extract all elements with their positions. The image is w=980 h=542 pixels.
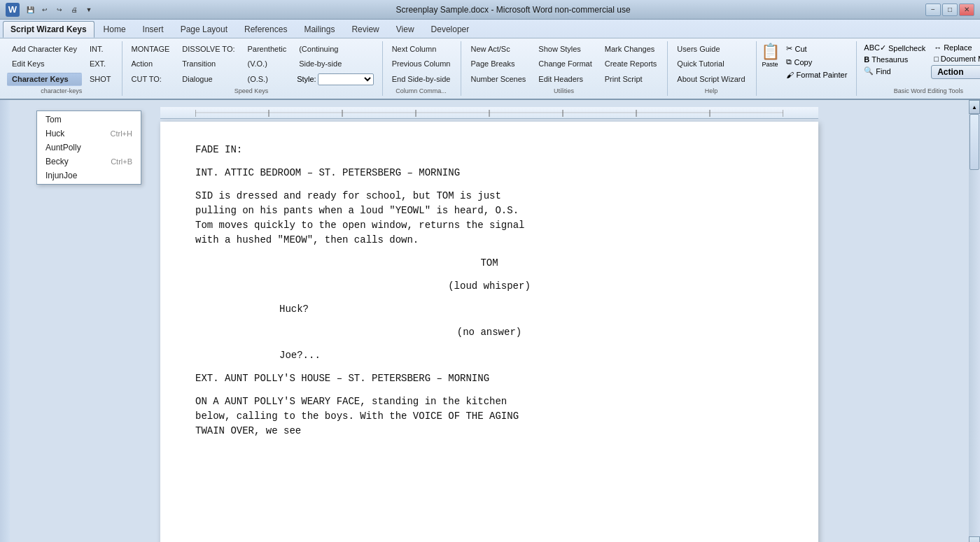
dropdown-item-auntpolly[interactable]: AuntPolly — [37, 141, 141, 155]
edit-headers-btn[interactable]: Edit Headers — [533, 73, 596, 86]
ext-btn[interactable]: EXT. — [85, 57, 116, 71]
clipboard-content: 📋 Paste ✂ Cut ⧉ Copy 🖌 Format — [761, 43, 851, 94]
previous-column-btn[interactable]: Previous Column — [387, 57, 456, 71]
fade-in-text: FADE IN: — [195, 144, 242, 155]
word-tools-col2: ↔ Replace □ Document Map Action — [931, 43, 980, 79]
document-page[interactable]: FADE IN: INT. ATTIC BEDROOM – ST. PETERS… — [160, 122, 818, 542]
dropdown-item-huck[interactable]: Huck Ctrl+H — [37, 127, 141, 141]
tab-script-wizard-keys[interactable]: Script Wizard Keys — [3, 21, 94, 38]
tab-insert[interactable]: Insert — [135, 21, 172, 38]
tab-references[interactable]: References — [237, 21, 295, 38]
maximize-btn[interactable]: □ — [942, 3, 958, 16]
mark-changes-btn[interactable]: Mark Changes — [600, 43, 662, 56]
dropdown-item-injunjoe[interactable]: InjunJoe — [37, 169, 141, 183]
tab-review[interactable]: Review — [344, 21, 386, 38]
print-script-btn[interactable]: Print Script — [600, 73, 662, 86]
save-qat-btn[interactable]: 💾 — [24, 4, 36, 15]
find-btn[interactable]: 🔍 Find — [861, 66, 928, 76]
paste-btn[interactable]: 📋 Paste — [761, 43, 780, 68]
style-label: Style: — [297, 75, 316, 83]
character-keys-btn[interactable]: Character Keys — [7, 73, 82, 86]
para-parenth-1: (loud whisper) — [195, 279, 783, 294]
cut-to-btn[interactable]: CUT TO: — [127, 73, 175, 86]
doc-scroll-area[interactable]: FADE IN: INT. ATTIC BEDROOM – ST. PETERS… — [10, 100, 969, 542]
int-ext-btns: INT. EXT. SHOT — [85, 43, 116, 86]
end-side-by-side-btn[interactable]: End Side-by-side — [387, 73, 456, 86]
tab-home[interactable]: Home — [96, 21, 134, 38]
montage-btn[interactable]: MONTAGE — [127, 43, 175, 56]
scrollbar-right[interactable]: ▲ ▼ — [969, 100, 980, 542]
next-column-btn[interactable]: Next Column — [387, 43, 456, 56]
col-cmd-label: Column Comma... — [387, 87, 456, 94]
int-btn[interactable]: INT. — [85, 43, 116, 56]
cut-btn[interactable]: ✂ Cut — [783, 43, 851, 55]
format-painter-btn[interactable]: 🖌 Format Painter — [783, 69, 851, 80]
tab-page-layout[interactable]: Page Layout — [173, 21, 235, 38]
transition-btn[interactable]: Transition — [177, 57, 239, 71]
minimize-btn[interactable]: − — [925, 3, 941, 16]
tab-view[interactable]: View — [388, 21, 422, 38]
qat-dropdown[interactable]: ▼ — [83, 4, 95, 15]
page-breaks-btn[interactable]: Page Breaks — [465, 57, 531, 71]
parenthetical-1: (loud whisper) — [448, 280, 531, 292]
replace-btn[interactable]: ↔ Replace — [931, 43, 980, 52]
action-label-btn[interactable]: Action — [931, 65, 980, 79]
print-qat-btn[interactable]: 🖨 — [68, 4, 80, 15]
para-character-tom: TOM — [195, 256, 783, 271]
users-guide-btn[interactable]: Users Guide — [672, 43, 750, 56]
undo-qat-btn[interactable]: ↩ — [38, 4, 51, 15]
add-character-key-btn[interactable]: Add Character Key — [7, 43, 82, 56]
copy-btn[interactable]: ⧉ Copy — [783, 56, 851, 68]
style-select[interactable] — [318, 73, 374, 85]
shot-btn[interactable]: SHOT — [85, 73, 116, 86]
util-col3: Mark Changes Create Reports Print Script — [600, 43, 662, 86]
doc-map-btn[interactable]: □ Document Map — [931, 54, 980, 64]
scroll-track[interactable] — [969, 114, 980, 536]
dropdown-item-tom-label: Tom — [46, 115, 62, 124]
close-btn[interactable]: ✕ — [959, 3, 974, 16]
create-reports-btn[interactable]: Create Reports — [600, 57, 662, 71]
quick-tutorial-btn[interactable]: Quick Tutorial — [672, 57, 750, 71]
speed-col1: MONTAGE Action CUT TO: — [127, 43, 175, 86]
action-text-1: SID is dressed and ready for school, but… — [195, 190, 524, 245]
redo-qat-btn[interactable]: ↪ — [53, 4, 66, 15]
window-controls: − □ ✕ — [925, 3, 974, 16]
dropdown-item-tom[interactable]: Tom — [37, 113, 141, 127]
help-label: Help — [672, 87, 750, 94]
show-styles-btn[interactable]: Show Styles — [533, 43, 596, 56]
group-help: Users Guide Quick Tutorial About Script … — [669, 41, 756, 96]
dialogue-btn[interactable]: Dialogue — [177, 73, 239, 86]
word-tools-label: Basic Word Editing Tools — [861, 87, 980, 94]
group-word-tools: ABC✓ Spellcheck B Thesaurus 🔍 Find ↔ — [858, 41, 980, 96]
ribbon-tabs: Script Wizard Keys Home Insert Page Layo… — [0, 20, 980, 38]
tab-mailings[interactable]: Mailings — [296, 21, 342, 38]
dropdown-item-becky[interactable]: Becky Ctrl+B — [37, 155, 141, 169]
edit-keys-btn[interactable]: Edit Keys — [7, 57, 82, 71]
scene-heading-2: EXT. AUNT POLLY'S HOUSE – ST. PETERSBERG… — [195, 373, 489, 384]
scroll-up-btn[interactable]: ▲ — [969, 100, 980, 114]
tab-developer[interactable]: Developer — [424, 21, 477, 38]
spellcheck-btn[interactable]: ABC✓ Spellcheck — [861, 43, 928, 53]
utilities-content: New Act/Sc Page Breaks Number Scenes Sho… — [465, 43, 662, 86]
action-btn[interactable]: Action — [127, 57, 175, 71]
os-btn[interactable]: (O.S.) — [243, 73, 292, 86]
new-act-sc-btn[interactable]: New Act/Sc — [465, 43, 531, 56]
char-keys-group-label: character-keys — [7, 87, 116, 94]
vo-btn[interactable]: (V.O.) — [243, 57, 292, 71]
copy-label: Copy — [794, 58, 813, 66]
scroll-down-btn[interactable]: ▼ — [969, 536, 980, 542]
dissolve-btn[interactable]: DISSOLVE TO: — [177, 43, 239, 56]
character-keys-dropdown: Tom Huck Ctrl+H AuntPolly Becky Ctrl+B I… — [36, 110, 141, 185]
scroll-thumb[interactable] — [969, 114, 979, 170]
number-scenes-btn[interactable]: Number Scenes — [465, 73, 531, 86]
cut-copy-area: ✂ Cut ⧉ Copy 🖌 Format Painter — [783, 43, 851, 80]
continuing-btn[interactable]: (Continuing — [294, 43, 377, 56]
about-script-wizard-btn[interactable]: About Script Wizard — [672, 73, 750, 86]
column-content: Next Column Previous Column End Side-by-… — [387, 43, 456, 86]
parenthetic-btn[interactable]: Parenthetic — [243, 43, 292, 56]
thesaurus-btn[interactable]: B Thesaurus — [861, 55, 928, 64]
change-format-btn[interactable]: Change Format — [533, 57, 596, 71]
speed-col3: Parenthetic (V.O.) (O.S.) — [243, 43, 292, 86]
util-col1: New Act/Sc Page Breaks Number Scenes — [465, 43, 531, 86]
side-by-side-btn[interactable]: Side-by-side — [294, 57, 377, 71]
